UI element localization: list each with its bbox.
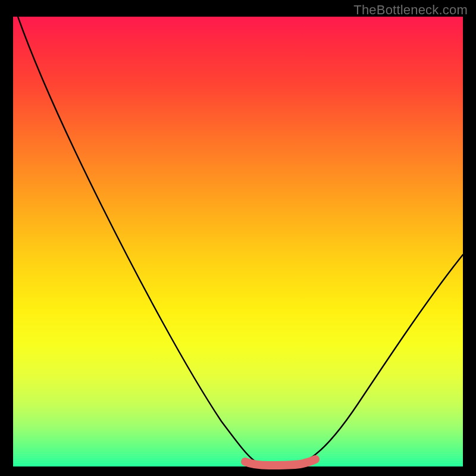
bottleneck-curve-path: [18, 17, 463, 465]
watermark-text: TheBottleneck.com: [353, 2, 468, 18]
highlight-segment-path: [245, 459, 315, 465]
chart-frame: TheBottleneck.com: [0, 0, 476, 476]
curve-svg: [13, 17, 463, 466]
plot-area: [13, 17, 463, 466]
